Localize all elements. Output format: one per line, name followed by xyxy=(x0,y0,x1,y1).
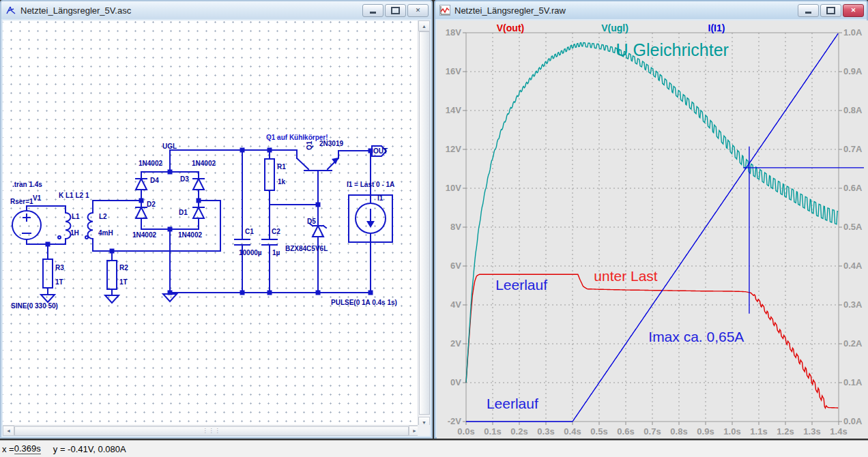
minimize-icon xyxy=(370,12,376,14)
i1-label: I1 xyxy=(377,194,384,202)
d2-model: 1N4002 xyxy=(132,231,156,239)
resistor-r2[interactable] xyxy=(107,261,117,289)
ground-symbol xyxy=(41,295,55,302)
legend-I(I1)[interactable]: I(I1) xyxy=(708,23,725,33)
waveform-window: Netztei_Längsregler_5V.raw ✕ 0.0s0.1s0.2… xyxy=(434,0,868,439)
diode-d4[interactable] xyxy=(136,179,147,190)
resistor-r3[interactable] xyxy=(43,259,53,288)
x-tick-label: 0.9s xyxy=(697,426,714,437)
q1-model: 2N3019 xyxy=(319,140,343,147)
x-tick-label: 1.4s xyxy=(830,426,847,437)
y-left-tick-label: 2V xyxy=(450,338,461,349)
plot-annotation: Leerlauf xyxy=(495,277,547,293)
ugl-net-label: UGL xyxy=(162,143,177,150)
r2-value: 1T xyxy=(119,278,128,286)
window-controls: ✕ xyxy=(362,4,429,17)
wires xyxy=(27,150,371,295)
tran-directive: .tran 1.4s xyxy=(12,181,42,188)
vertical-scrollbar[interactable]: ▲ ▼ xyxy=(418,20,430,428)
y-left-tick-label: 0V xyxy=(450,377,461,387)
x-tick-label: 0.2s xyxy=(510,426,527,437)
y-right-tick-label: 0.4A xyxy=(843,261,863,271)
y-left-tick-label: 14V xyxy=(446,105,461,115)
junction-dots xyxy=(46,148,373,295)
resistor-r1[interactable] xyxy=(265,159,274,190)
y-left-tick-label: 18V xyxy=(446,27,461,38)
d4-model: 1N4002 xyxy=(139,160,162,167)
d2-label: D2 xyxy=(147,201,156,208)
waveform-plot: 0.0s0.1s0.2s0.3s0.4s0.5s0.6s0.7s0.8s0.9s… xyxy=(437,20,868,439)
schematic-titlebar[interactable]: Netztei_Längsregler_5V.asc ✕ xyxy=(1,1,431,19)
v1-polarity-marks xyxy=(23,214,31,233)
v1-label: V1 xyxy=(33,194,42,202)
legend-V(ugl)[interactable]: V(ugl) xyxy=(601,23,628,33)
scroll-left-button[interactable]: ◄ xyxy=(3,426,14,436)
y-right-tick-label: 0.7A xyxy=(843,144,863,154)
y-right-tick-label: 0.5A xyxy=(843,222,863,232)
d5-label: D5 xyxy=(307,218,316,225)
horizontal-scrollbar[interactable]: ◄ ⋮⋮⋮ ► xyxy=(3,425,420,436)
diode-d3[interactable] xyxy=(193,179,204,190)
x-tick-label: 0.7s xyxy=(643,426,661,437)
y-right-tick-label: 0.8A xyxy=(843,105,863,115)
transistor-q1[interactable] xyxy=(297,151,338,171)
plot-annotation: Imax ca. 0,65A xyxy=(648,329,744,344)
y-left-tick-label: 8V xyxy=(450,222,461,232)
resize-grip[interactable] xyxy=(418,425,430,436)
minimize-button[interactable] xyxy=(798,4,819,17)
y-right-tick-label: 0.2A xyxy=(843,338,863,349)
diode-d2[interactable] xyxy=(136,207,147,218)
schematic-window: Netztei_Längsregler_5V.asc ✕ xyxy=(0,0,433,439)
capacitor-c1[interactable] xyxy=(235,239,250,245)
cursor-x-value: 0.369s xyxy=(14,443,41,454)
close-button[interactable]: ✕ xyxy=(843,4,864,17)
l1-phase-dot xyxy=(58,236,61,239)
d4-label: D4 xyxy=(150,177,159,184)
l2-value: 4mH xyxy=(98,229,113,237)
y-left-tick-label: 10V xyxy=(446,183,461,193)
ground-symbol xyxy=(105,295,119,303)
waveform-titlebar[interactable]: Netztei_Längsregler_5V.raw ✕ xyxy=(435,1,867,19)
y-left-tick-label: -2V xyxy=(448,416,462,426)
close-button[interactable]: ✕ xyxy=(407,4,429,17)
maximize-button[interactable] xyxy=(820,4,841,17)
l1-label: L1 xyxy=(72,213,80,220)
c1-label: C1 xyxy=(245,228,254,235)
d3-label: D3 xyxy=(180,175,189,183)
minimize-button[interactable] xyxy=(362,4,384,17)
q1-comment: Q1 auf Kühlkörper! xyxy=(266,134,328,141)
inductor-l2[interactable] xyxy=(87,213,93,239)
plot-annotation: Leerlauf xyxy=(487,396,538,411)
maximize-button[interactable] xyxy=(385,4,406,17)
horizontal-scroll-thumb[interactable]: ⋮⋮⋮ xyxy=(14,426,409,436)
coupling-directive: K L1 L2 1 xyxy=(59,192,89,199)
vertical-scroll-thumb[interactable] xyxy=(419,31,430,415)
cursor-y-readout: y = -0.41V, 0.080A xyxy=(53,444,126,454)
r1-label: R1 xyxy=(277,163,286,171)
schematic-canvas[interactable]: OUT .tran 1.4s xyxy=(3,20,420,428)
ltspice-waveform-icon xyxy=(439,5,450,16)
legend-V(out)[interactable]: V(out) xyxy=(497,23,524,33)
capacitor-c2[interactable] xyxy=(262,239,277,245)
x-tick-label: 1.1s xyxy=(750,426,767,437)
waveform-plot-area[interactable]: 0.0s0.1s0.2s0.3s0.4s0.5s0.6s0.7s0.8s0.9s… xyxy=(437,20,868,439)
out-net-flag[interactable]: OUT xyxy=(372,146,388,156)
diode-d1[interactable] xyxy=(193,207,204,218)
ground-symbol xyxy=(163,294,177,301)
y-right-tick-label: 0.3A xyxy=(843,299,863,310)
y-left-tick-label: 16V xyxy=(446,66,461,76)
x-tick-label: 1.0s xyxy=(723,426,740,437)
minimize-icon xyxy=(805,12,811,14)
maximize-icon xyxy=(391,7,400,14)
zener-d5[interactable] xyxy=(310,224,326,237)
y-right-tick-label: 0.1A xyxy=(843,377,863,387)
desktop: Netztei_Längsregler_5V.asc ✕ xyxy=(0,0,868,457)
r3-label: R3 xyxy=(55,264,64,271)
d1-label: D1 xyxy=(179,209,188,216)
y-left-tick-label: 4V xyxy=(450,299,461,310)
x-tick-label: 0.6s xyxy=(617,426,634,437)
x-tick-label: 0.0s xyxy=(457,426,474,437)
scroll-up-button[interactable]: ▲ xyxy=(418,20,430,31)
x-tick-label: 0.5s xyxy=(590,426,607,437)
y-left-tick-label: 6V xyxy=(450,261,461,271)
